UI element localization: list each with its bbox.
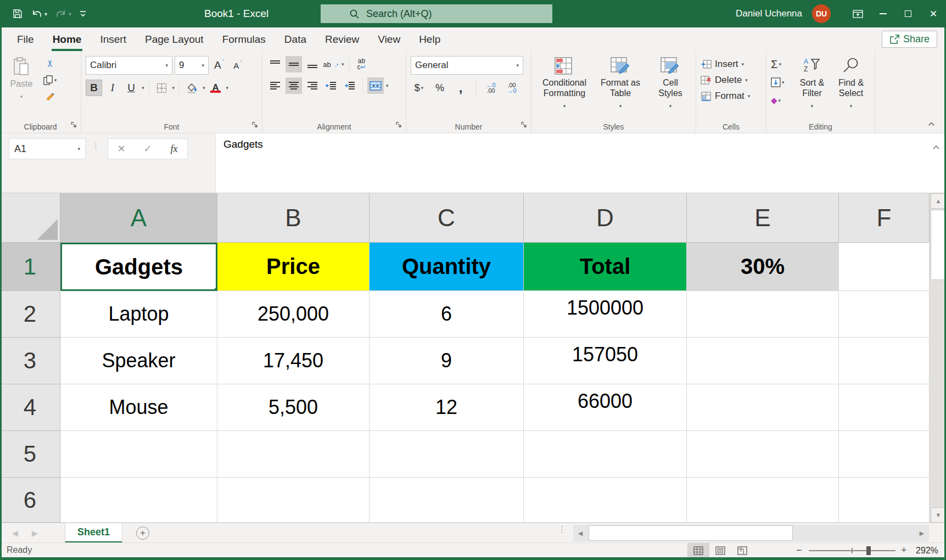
tab-view[interactable]: View (368, 27, 410, 51)
scroll-left-button[interactable]: ◀ (573, 525, 587, 541)
tab-review[interactable]: Review (316, 27, 368, 51)
zoom-slider-thumb[interactable] (866, 546, 871, 555)
page-break-preview-button[interactable] (731, 543, 753, 558)
cell-E5[interactable] (687, 431, 839, 478)
cell-D4[interactable]: 66000 (524, 384, 687, 431)
cut-button[interactable]: ✂ (42, 56, 58, 70)
save-button[interactable] (12, 8, 23, 19)
borders-dropdown-icon[interactable]: ▾ (172, 85, 175, 91)
tab-formulas[interactable]: Formulas (213, 27, 275, 51)
cell-B1[interactable]: Price (217, 243, 370, 291)
sheet-tab-sheet1[interactable]: Sheet1 (65, 523, 122, 543)
clipboard-dialog-launcher[interactable] (70, 120, 77, 130)
italic-button[interactable]: I (104, 80, 121, 96)
tab-file[interactable]: File (8, 27, 43, 51)
cell-C1[interactable]: Quantity (370, 243, 524, 291)
cell-F1[interactable] (839, 243, 930, 291)
cell-B3[interactable]: 17,450 (217, 338, 370, 384)
cell-B4[interactable]: 5,500 (217, 384, 370, 431)
row-header-4[interactable]: 4 (0, 384, 60, 431)
row-header-3[interactable]: 3 (0, 338, 60, 384)
wrap-text-button[interactable]: abc↵ (354, 56, 370, 72)
tab-page-layout[interactable]: Page Layout (136, 27, 213, 51)
row-header-2[interactable]: 2 (0, 291, 60, 338)
cell-E2[interactable] (687, 291, 839, 338)
cell-C6[interactable] (370, 478, 524, 523)
minimize-button[interactable] (870, 0, 895, 27)
sheet-scroll-gripper[interactable]: ⋮ (558, 527, 566, 531)
comma-style-button[interactable]: , (452, 80, 469, 96)
merge-center-dropdown-icon[interactable]: ▾ (386, 83, 389, 88)
cell-D6[interactable] (524, 478, 687, 523)
conditional-formatting-button[interactable]: Conditional Formatting ▾ (536, 56, 593, 119)
maximize-button[interactable] (895, 0, 921, 27)
decrease-decimal-button[interactable]: .00→0 (503, 80, 520, 96)
font-dialog-launcher[interactable] (251, 120, 258, 130)
copy-button[interactable]: ▾ (42, 73, 58, 87)
decrease-indent-button[interactable] (323, 77, 339, 94)
row-header-6[interactable]: 6 (0, 478, 60, 523)
cell-E6[interactable] (687, 478, 839, 523)
orientation-button[interactable]: ab→ (323, 56, 339, 72)
underline-dropdown-icon[interactable]: ▾ (142, 85, 144, 91)
cell-F4[interactable] (839, 384, 930, 431)
undo-button[interactable]: ▾ (31, 8, 47, 19)
tab-home[interactable]: Home (43, 27, 91, 51)
cell-B2[interactable]: 250,000 (217, 291, 370, 338)
row-header-1[interactable]: 1 (0, 243, 60, 291)
cell-C4[interactable]: 12 (370, 384, 524, 431)
number-format-select[interactable]: General▾ (411, 56, 523, 75)
cell-E1[interactable]: 30% (687, 243, 839, 291)
paste-button[interactable]: Paste ▾ (4, 56, 38, 104)
cell-B5[interactable] (217, 431, 370, 478)
cell-A1[interactable]: Gadgets (60, 243, 217, 291)
orientation-dropdown-icon[interactable]: ▾ (342, 61, 344, 67)
close-button[interactable]: ✕ (921, 0, 946, 27)
tab-help[interactable]: Help (410, 27, 450, 51)
cell-A2[interactable]: Laptop (60, 291, 217, 338)
align-left-button[interactable] (267, 77, 283, 94)
format-cells-button[interactable]: Format▾ (701, 88, 762, 104)
ribbon-display-options-button[interactable] (845, 0, 870, 27)
middle-align-button[interactable] (286, 56, 302, 72)
cell-D5[interactable] (524, 431, 687, 478)
normal-view-button[interactable] (687, 543, 709, 558)
cell-A6[interactable] (60, 478, 217, 523)
delete-cells-button[interactable]: Delete▾ (701, 72, 762, 88)
bottom-align-button[interactable] (304, 56, 321, 72)
cell-C5[interactable] (370, 431, 524, 478)
increase-indent-button[interactable] (342, 77, 358, 94)
cell-F6[interactable] (839, 478, 930, 523)
font-color-dropdown-icon[interactable]: ▾ (226, 85, 229, 91)
vertical-scrollbar-thumb[interactable] (931, 210, 946, 280)
fill-handle[interactable] (214, 287, 217, 291)
percent-style-button[interactable]: % (432, 80, 448, 96)
format-painter-button[interactable] (42, 90, 58, 104)
insert-function-button[interactable]: fx (161, 139, 187, 159)
column-header-E[interactable]: E (687, 193, 839, 243)
underline-button[interactable]: U (123, 80, 139, 96)
search-input[interactable]: Search (Alt+Q) (321, 4, 552, 23)
font-family-select[interactable]: Calibri▾ (86, 56, 172, 75)
horizontal-scrollbar[interactable]: ◀ ▶ (573, 525, 929, 541)
increase-decimal-button[interactable]: ←0.00 (483, 80, 499, 96)
zoom-out-button[interactable]: − (796, 543, 802, 558)
redo-dropdown-icon[interactable]: ▾ (69, 11, 71, 17)
name-box[interactable]: A1 ▾ (9, 138, 86, 159)
increase-font-size-button[interactable]: Aˆ (211, 57, 227, 74)
scroll-up-button[interactable]: ▲ (931, 193, 946, 209)
fill-color-button[interactable] (184, 80, 200, 96)
enter-button[interactable]: ✓ (135, 139, 161, 159)
cell-B6[interactable] (217, 478, 370, 523)
number-dialog-launcher[interactable] (520, 120, 527, 130)
cell-D2[interactable]: 1500000 (524, 291, 687, 338)
font-color-button[interactable]: A (208, 80, 224, 96)
bold-button[interactable]: B (86, 80, 102, 96)
borders-button[interactable] (154, 80, 170, 96)
cell-C2[interactable]: 6 (370, 291, 524, 338)
column-header-F[interactable]: F (839, 193, 930, 243)
cell-A3[interactable]: Speaker (60, 338, 217, 384)
cell-E3[interactable] (687, 338, 839, 384)
autosum-button[interactable]: Σ▾ (771, 56, 792, 72)
format-as-table-button[interactable]: Format as Table ▾ (594, 56, 647, 119)
